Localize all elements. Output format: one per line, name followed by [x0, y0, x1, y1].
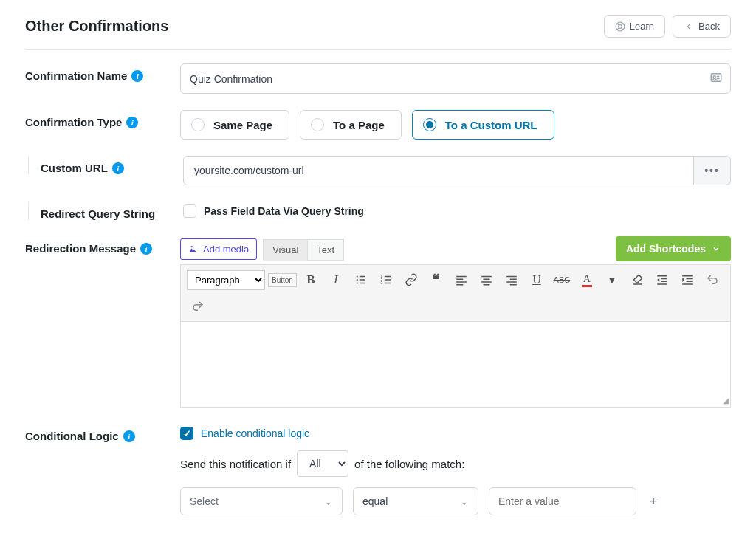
id-card-icon [709, 71, 723, 86]
undo-icon[interactable] [701, 269, 724, 290]
help-icon[interactable]: i [123, 430, 135, 442]
clear-format-icon[interactable] [626, 269, 648, 290]
svg-rect-27 [506, 281, 517, 283]
strike-icon[interactable]: ABC [551, 269, 573, 290]
help-icon[interactable]: i [126, 117, 138, 128]
condition-field-select[interactable]: Select ⌄ [180, 487, 343, 515]
enable-conditional-label: Enable conditional logic [201, 427, 309, 439]
svg-marker-38 [682, 278, 684, 282]
align-center-icon[interactable] [475, 269, 498, 290]
help-icon[interactable]: i [140, 243, 152, 255]
redo-icon[interactable] [187, 296, 209, 317]
format-select[interactable]: Paragraph [187, 270, 265, 290]
svg-marker-33 [657, 278, 659, 282]
svg-rect-35 [686, 278, 692, 280]
underline-icon[interactable]: U [526, 269, 548, 290]
svg-point-7 [357, 282, 358, 283]
enable-conditional-checkbox[interactable] [180, 427, 193, 440]
radio-icon [423, 118, 436, 131]
lifebuoy-icon [615, 21, 625, 32]
custom-url-label: Custom URL [41, 162, 108, 174]
svg-rect-18 [456, 279, 463, 281]
confirmation-name-input[interactable] [188, 72, 709, 86]
confirmation-type-label: Confirmation Type [25, 116, 122, 128]
svg-rect-8 [360, 276, 365, 278]
svg-rect-32 [657, 283, 667, 285]
indent-icon[interactable] [676, 269, 698, 290]
match-scope-select[interactable]: All [297, 450, 348, 477]
align-right-icon[interactable] [501, 269, 523, 290]
add-shortcodes-button[interactable]: Add Shortcodes [616, 236, 731, 261]
svg-point-1 [619, 24, 622, 28]
media-icon [188, 244, 199, 254]
svg-rect-15 [385, 279, 391, 281]
pass-query-checkbox[interactable] [183, 204, 196, 218]
svg-rect-34 [682, 275, 693, 277]
svg-rect-24 [483, 284, 489, 286]
svg-text:3: 3 [380, 281, 382, 285]
link-icon[interactable] [400, 269, 422, 290]
svg-rect-21 [481, 276, 492, 278]
custom-url-input[interactable] [183, 156, 694, 185]
svg-rect-23 [481, 281, 492, 283]
italic-icon[interactable]: I [325, 269, 347, 290]
condition-value-input[interactable] [489, 487, 636, 515]
message-editor[interactable]: ◢ [180, 322, 731, 408]
quote-icon[interactable]: ❝ [425, 269, 447, 290]
outdent-icon[interactable] [651, 269, 673, 290]
svg-point-6 [357, 279, 358, 281]
condition-operator-select[interactable]: equal ⌄ [353, 487, 478, 515]
help-icon[interactable]: i [112, 162, 124, 174]
bullet-list-icon[interactable] [350, 269, 372, 290]
confirmation-name-label: Confirmation Name [25, 69, 127, 82]
tab-visual[interactable]: Visual [263, 239, 307, 261]
text-color-dropdown-icon[interactable]: ▼ [601, 269, 623, 290]
svg-rect-2 [711, 74, 721, 82]
svg-rect-37 [682, 283, 693, 285]
confirmation-type-option[interactable]: To a Custom URL [412, 110, 554, 140]
chevron-down-icon: ⌄ [324, 495, 333, 507]
help-icon[interactable]: i [131, 70, 143, 82]
redirection-message-label: Redirection Message [25, 242, 136, 255]
page-title: Other Confirmations [25, 18, 168, 35]
svg-point-4 [191, 246, 193, 247]
confirmation-type-option[interactable]: Same Page [180, 110, 289, 140]
svg-point-3 [713, 76, 715, 78]
svg-rect-29 [657, 275, 667, 277]
svg-rect-19 [456, 281, 467, 283]
svg-point-5 [357, 275, 358, 277]
conditional-sentence-pre: Send this notification if [180, 458, 291, 470]
svg-rect-31 [661, 281, 667, 283]
confirmation-type-option[interactable]: To a Page [300, 110, 402, 140]
svg-rect-25 [506, 276, 517, 278]
svg-rect-20 [456, 284, 463, 286]
tab-text[interactable]: Text [307, 239, 344, 261]
conditional-logic-label: Conditional Logic [25, 430, 119, 442]
svg-rect-22 [483, 279, 489, 281]
resize-handle-icon[interactable]: ◢ [723, 396, 729, 405]
redirect-query-label: Redirect Query String [41, 207, 155, 220]
smart-tags-button[interactable]: ••• [694, 156, 731, 185]
svg-rect-14 [385, 276, 391, 278]
svg-rect-17 [456, 276, 467, 278]
conditional-sentence-post: of the following match: [354, 458, 464, 470]
chevron-down-icon [712, 244, 721, 253]
svg-rect-28 [510, 284, 517, 286]
add-condition-button[interactable]: + [647, 495, 660, 508]
number-list-icon[interactable]: 123 [375, 269, 397, 290]
add-media-button[interactable]: Add media [180, 238, 257, 260]
svg-rect-36 [686, 281, 692, 283]
align-left-icon[interactable] [450, 269, 472, 290]
bold-icon[interactable]: B [300, 269, 322, 290]
svg-rect-9 [360, 279, 365, 281]
pass-query-label: Pass Field Data Via Query String [204, 205, 364, 217]
learn-button[interactable]: Learn [604, 15, 665, 38]
svg-rect-26 [510, 279, 517, 281]
svg-rect-16 [385, 283, 391, 284]
svg-rect-30 [661, 278, 667, 280]
chevron-left-icon [684, 21, 694, 32]
radio-icon [311, 118, 324, 131]
text-color-icon[interactable]: A [576, 269, 598, 290]
back-button[interactable]: Back [673, 15, 731, 38]
insert-button-toolbar[interactable]: Button [268, 273, 297, 287]
